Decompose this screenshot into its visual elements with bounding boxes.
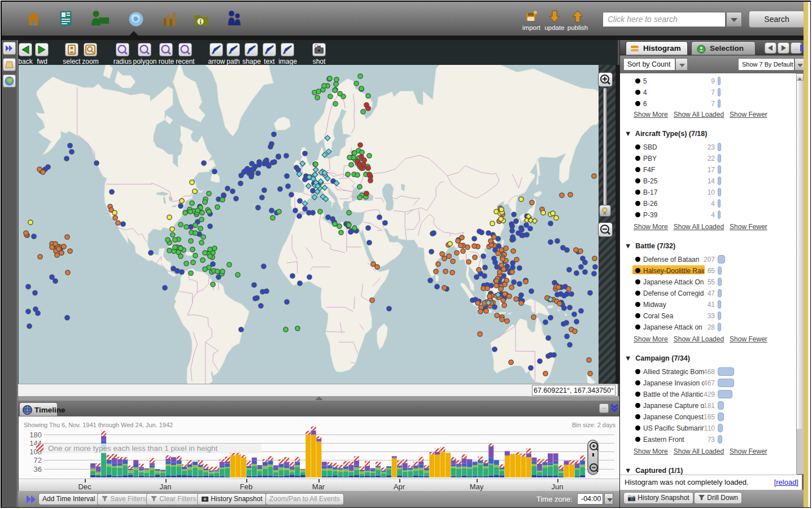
svg-text:36: 36 (34, 465, 42, 473)
svg-text:One or more types each less t: One or more types each less than 1 pixel… (48, 444, 217, 453)
svg-text:72: 72 (34, 456, 42, 464)
svg-text:180: 180 (29, 431, 42, 439)
